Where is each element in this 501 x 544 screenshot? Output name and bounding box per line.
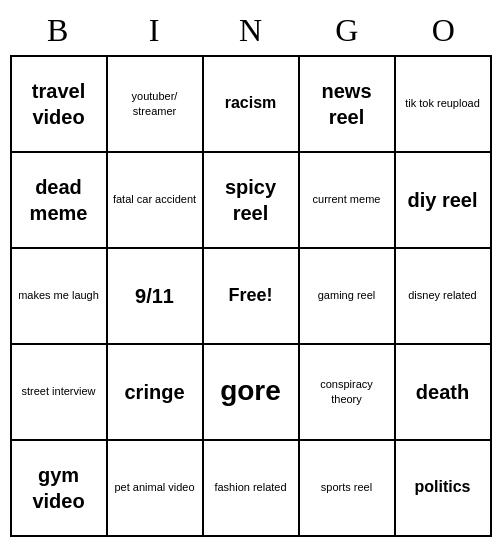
cell-r1-c1: fatal car accident [108,153,204,249]
cell-r4-c4: politics [396,441,492,537]
bingo-letter: B [10,8,106,53]
cell-r1-c2: spicy reel [204,153,300,249]
cell-r4-c0: gym video [12,441,108,537]
cell-r0-c0: travel video [12,57,108,153]
cell-r0-c4: tik tok reupload [396,57,492,153]
bingo-letter: G [299,8,395,53]
cell-r3-c3: conspiracy theory [300,345,396,441]
cell-r1-c0: dead meme [12,153,108,249]
cell-r2-c1: 9/11 [108,249,204,345]
bingo-header: BINGO [10,8,492,53]
cell-r4-c2: fashion related [204,441,300,537]
bingo-grid: travel videoyoutuber/ streamerracismnews… [10,55,492,537]
bingo-card: BINGO travel videoyoutuber/ streamerraci… [6,4,496,541]
cell-r3-c2: gore [204,345,300,441]
cell-r3-c1: cringe [108,345,204,441]
cell-r2-c0: makes me laugh [12,249,108,345]
cell-r1-c3: current meme [300,153,396,249]
cell-r1-c4: diy reel [396,153,492,249]
cell-r0-c1: youtuber/ streamer [108,57,204,153]
cell-r4-c1: pet animal video [108,441,204,537]
cell-r3-c4: death [396,345,492,441]
cell-r0-c3: news reel [300,57,396,153]
cell-r0-c2: racism [204,57,300,153]
cell-r2-c3: gaming reel [300,249,396,345]
bingo-letter: N [202,8,298,53]
cell-r3-c0: street interview [12,345,108,441]
bingo-letter: O [395,8,491,53]
cell-r4-c3: sports reel [300,441,396,537]
cell-r2-c2: Free! [204,249,300,345]
cell-r2-c4: disney related [396,249,492,345]
bingo-letter: I [106,8,202,53]
